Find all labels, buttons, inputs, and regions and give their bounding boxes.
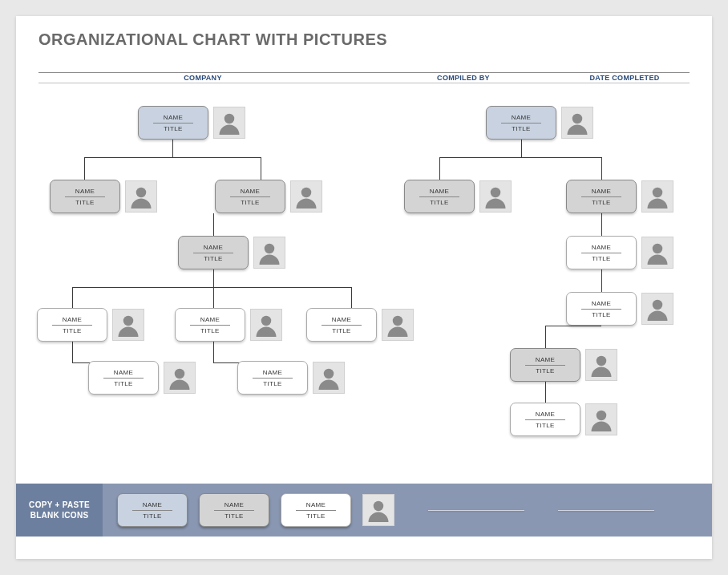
org-node-left-l2a[interactable]: NAME TITLE — [50, 180, 157, 213]
name-label: NAME — [75, 188, 95, 195]
template-person-icon[interactable] — [362, 494, 394, 526]
title-label: TITLE — [306, 512, 325, 520]
template-card-gray[interactable]: NAME TITLE — [199, 493, 269, 527]
org-node-right-r3[interactable]: NAME TITLE — [566, 236, 673, 269]
template-line-b[interactable] — [558, 510, 654, 511]
header-compiled-by: COMPILED BY — [367, 73, 560, 83]
name-label: NAME — [332, 316, 351, 323]
person-icon — [641, 180, 673, 213]
org-card: NAME TITLE — [138, 106, 208, 140]
org-node-right-r6[interactable]: NAME TITLE — [510, 403, 617, 436]
title-label: TITLE — [143, 512, 161, 520]
name-label: NAME — [536, 411, 555, 418]
header-date-completed: DATE COMPLETED — [560, 73, 690, 83]
title-label: TITLE — [332, 327, 350, 334]
person-icon — [479, 180, 512, 213]
person-icon — [585, 403, 617, 435]
name-label: NAME — [204, 244, 223, 251]
person-icon — [125, 180, 157, 213]
name-label: NAME — [114, 369, 133, 376]
template-node-tray: NAME TITLE NAME TITLE NAME TITLE — [103, 493, 654, 527]
title-label: TITLE — [204, 255, 222, 262]
name-label: NAME — [224, 501, 244, 508]
title-label: TITLE — [536, 367, 554, 375]
title-label: TITLE — [430, 199, 448, 206]
org-card: NAME TITLE — [510, 403, 580, 436]
org-node-left-l5a[interactable]: NAME TITLE — [88, 361, 196, 395]
org-chart-canvas: NAME TITLE NAME TITLE NAME TITLE — [16, 83, 712, 479]
person-icon — [585, 349, 617, 381]
org-node-left-l4b[interactable]: NAME TITLE — [175, 308, 282, 342]
org-card: NAME TITLE — [306, 308, 377, 342]
document-page: ORGANIZATIONAL CHART WITH PICTURES COMPA… — [16, 16, 712, 559]
person-icon — [641, 293, 673, 325]
org-card: NAME TITLE — [510, 348, 580, 382]
title-label: TITLE — [75, 199, 94, 206]
name-label: NAME — [241, 188, 260, 195]
title-label: TITLE — [164, 125, 182, 132]
org-card: NAME TITLE — [237, 361, 308, 395]
org-node-left-root[interactable]: NAME TITLE — [138, 106, 245, 140]
template-card-blue[interactable]: NAME TITLE — [117, 493, 188, 527]
header-company: COMPANY — [38, 73, 367, 83]
org-node-left-l5b[interactable]: NAME TITLE — [237, 361, 345, 395]
person-icon — [641, 237, 673, 269]
org-card: NAME TITLE — [566, 236, 637, 269]
name-label: NAME — [200, 316, 220, 323]
org-node-left-l3[interactable]: NAME TITLE — [178, 236, 285, 269]
org-node-left-l4a[interactable]: NAME TITLE — [37, 308, 144, 342]
person-icon — [382, 309, 414, 341]
person-icon — [164, 362, 196, 394]
name-label: NAME — [164, 114, 183, 121]
org-node-right-root[interactable]: NAME TITLE — [486, 106, 593, 140]
name-label: NAME — [592, 300, 611, 307]
org-card: NAME TITLE — [88, 361, 159, 395]
template-card-white[interactable]: NAME TITLE — [281, 493, 351, 527]
org-node-left-l2b[interactable]: NAME TITLE — [215, 180, 322, 213]
org-card: NAME TITLE — [215, 180, 285, 213]
title-label: TITLE — [592, 311, 610, 318]
title-label: TITLE — [200, 327, 219, 334]
person-icon — [250, 309, 282, 341]
org-card: NAME TITLE — [178, 236, 249, 269]
org-card: NAME TITLE — [566, 180, 637, 213]
org-card: NAME TITLE — [404, 180, 475, 213]
name-label: NAME — [592, 244, 611, 251]
name-label: NAME — [306, 501, 326, 508]
name-label: NAME — [512, 114, 531, 121]
org-node-right-r2b[interactable]: NAME TITLE — [566, 180, 673, 213]
title-label: TITLE — [592, 255, 610, 262]
person-icon — [253, 237, 285, 269]
person-icon — [290, 180, 322, 213]
person-icon — [112, 309, 144, 341]
title-label: TITLE — [63, 327, 81, 334]
name-label: NAME — [592, 188, 611, 195]
name-label: NAME — [143, 501, 162, 508]
name-label: NAME — [63, 316, 82, 323]
name-label: NAME — [536, 356, 555, 363]
title-label: TITLE — [512, 125, 530, 132]
title-label: TITLE — [536, 422, 554, 429]
title-label: TITLE — [114, 380, 132, 387]
person-icon — [561, 107, 593, 139]
page-title: ORGANIZATIONAL CHART WITH PICTURES — [38, 30, 387, 49]
header-row: COMPANY COMPILED BY DATE COMPLETED — [38, 72, 690, 83]
person-icon — [213, 107, 245, 139]
org-node-right-r5[interactable]: NAME TITLE — [510, 348, 617, 382]
copy-paste-ribbon: COPY + PASTE BLANK ICONS NAME TITLE NAME… — [16, 484, 712, 537]
template-line-a[interactable] — [428, 510, 524, 511]
title-label: TITLE — [241, 199, 259, 206]
org-node-right-r2a[interactable]: NAME TITLE — [404, 180, 512, 213]
org-card: NAME TITLE — [175, 308, 245, 342]
org-card: NAME TITLE — [486, 106, 556, 140]
title-label: TITLE — [263, 380, 281, 387]
copy-paste-label: COPY + PASTE BLANK ICONS — [16, 484, 103, 537]
name-label: NAME — [263, 369, 282, 376]
org-card: NAME TITLE — [37, 308, 107, 342]
org-node-left-l4c[interactable]: NAME TITLE — [306, 308, 414, 342]
org-node-right-r4[interactable]: NAME TITLE — [566, 292, 673, 326]
org-card: NAME TITLE — [50, 180, 120, 213]
name-label: NAME — [430, 188, 449, 195]
title-label: TITLE — [592, 199, 610, 206]
person-icon — [313, 362, 345, 394]
